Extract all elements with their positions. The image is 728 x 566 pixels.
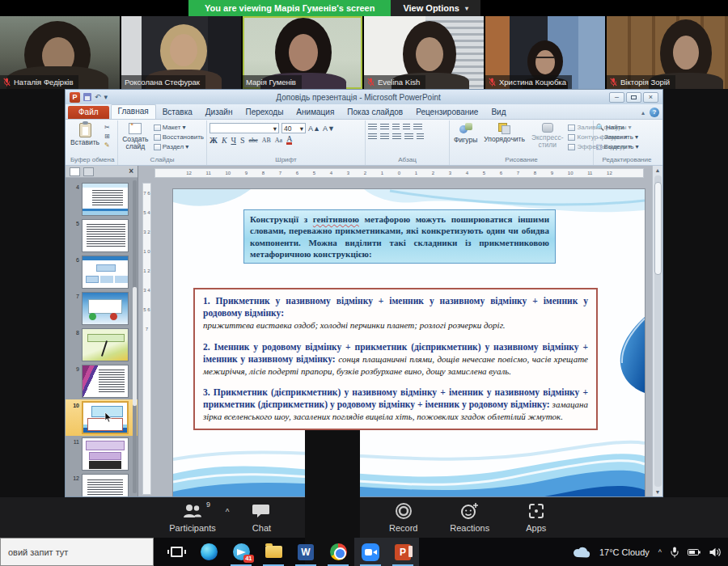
align-left-icon[interactable]	[368, 133, 377, 141]
format-painter-icon[interactable]: ✎	[104, 142, 110, 149]
arrange-button[interactable]: Упорядочить	[482, 122, 527, 155]
font-color-button[interactable]: А	[286, 135, 292, 145]
italic-button[interactable]: К	[222, 136, 227, 145]
tab-review[interactable]: Рецензирование	[409, 106, 485, 119]
zoom-app-button[interactable]	[354, 538, 387, 566]
chrome-button[interactable]	[322, 538, 354, 566]
bullets-icon[interactable]	[368, 124, 377, 131]
slide-thumbnail[interactable]	[82, 328, 129, 361]
scroll-up-icon[interactable]: ▲	[655, 166, 661, 175]
outline-tab[interactable]	[83, 167, 94, 176]
strikethrough-button[interactable]: abc	[249, 137, 258, 144]
slide-thumbnail-row[interactable]: 9	[66, 363, 138, 399]
slide-thumbnail-row[interactable]: 6	[66, 254, 138, 290]
close-panel-icon[interactable]: ×	[129, 167, 133, 175]
weather-text[interactable]: 17°C Cloudy	[599, 547, 650, 557]
powerpoint-titlebar[interactable]: P ↶ ▾ Доповідь презентація - Microsoft P…	[66, 90, 662, 104]
reactions-button[interactable]: Reactions	[447, 502, 493, 533]
slide-thumbnail-row[interactable]: 8	[66, 327, 138, 363]
select-button[interactable]: ⬚Выделить ▾	[596, 143, 638, 151]
collapse-ribbon-icon[interactable]: ▴	[641, 109, 645, 116]
edge-button[interactable]	[193, 538, 225, 566]
paste-button[interactable]: Вставить	[69, 122, 101, 155]
intro-textbox[interactable]: Конструкції з генітивною метафорою можут…	[243, 209, 556, 264]
slide-thumbnail-row[interactable]: 11	[66, 436, 138, 472]
save-icon[interactable]	[83, 93, 91, 101]
video-tile[interactable]: Роксолана Стефурак	[121, 16, 243, 89]
line-spacing-icon[interactable]	[413, 124, 422, 131]
replace-button[interactable]: ↔Заменить ▾	[596, 133, 638, 142]
record-button[interactable]: Record	[381, 502, 426, 533]
telegram-button[interactable]: 41	[225, 538, 257, 566]
layout-button[interactable]: Макет ▾	[154, 124, 204, 132]
cut-icon[interactable]: ✂	[104, 124, 110, 131]
slide-thumbnail-row[interactable]: 12	[66, 472, 138, 496]
slide-thumbnail-row[interactable]: 7	[66, 290, 138, 327]
slide-thumbnail[interactable]	[82, 437, 129, 471]
slide-thumbnail-current[interactable]	[82, 401, 129, 434]
quick-styles-button[interactable]: Экспресс-стили	[530, 122, 565, 155]
minimize-button[interactable]: –	[609, 92, 624, 103]
panel-scrollbar-thumb[interactable]	[133, 287, 137, 406]
font-name-combobox[interactable]: ▾	[210, 123, 279, 133]
slide-thumbnail-row[interactable]: 4	[66, 181, 138, 218]
participants-button[interactable]: 9 Participants	[169, 502, 215, 533]
copy-icon[interactable]: ⊞	[104, 133, 110, 140]
shapes-button[interactable]: Фигуры	[452, 122, 479, 155]
tray-battery-icon[interactable]	[688, 548, 700, 556]
powerpoint-taskbar-button[interactable]: P	[387, 538, 419, 566]
tab-transitions[interactable]: Переходы	[239, 106, 290, 119]
slide-thumbnail[interactable]	[82, 365, 129, 398]
slide-thumbnail[interactable]	[82, 219, 129, 252]
shrink-font-icon[interactable]: А▼	[323, 125, 335, 133]
tab-design[interactable]: Дизайн	[199, 106, 239, 119]
scroll-down-icon[interactable]: ▼	[655, 488, 661, 496]
scrollbar-track[interactable]	[654, 175, 662, 487]
bold-button[interactable]: Ж	[210, 136, 218, 145]
justify-icon[interactable]	[404, 133, 413, 141]
font-size-combobox[interactable]: 40▾	[281, 123, 306, 133]
view-options-button[interactable]: View Options ▾	[391, 0, 480, 16]
tab-animations[interactable]: Анимация	[290, 106, 341, 119]
tab-view[interactable]: Вид	[485, 106, 512, 119]
find-button[interactable]: 🔍Найти	[596, 124, 638, 132]
slide-thumbnail-row-selected[interactable]: 10	[66, 399, 138, 436]
video-tile[interactable]: Христина Коцюбка	[485, 16, 607, 89]
task-view-button[interactable]	[160, 538, 193, 566]
file-explorer-button[interactable]	[257, 538, 290, 566]
help-icon[interactable]: ?	[650, 108, 659, 117]
video-tile[interactable]: Вікторія Зорій	[607, 16, 728, 89]
underline-button[interactable]: Ч	[231, 136, 237, 145]
undo-icon[interactable]: ↶	[95, 92, 101, 103]
tab-home[interactable]: Главная	[111, 104, 156, 119]
tab-slideshow[interactable]: Показ слайдов	[341, 106, 409, 119]
word-button[interactable]: W	[290, 538, 322, 566]
slide[interactable]: Конструкції з генітивною метафорою можут…	[173, 189, 645, 496]
tray-mic-icon[interactable]	[671, 547, 679, 558]
slide-thumbnail[interactable]	[82, 474, 129, 496]
apps-button[interactable]: Apps	[514, 502, 559, 533]
slide-thumbnail[interactable]	[82, 292, 129, 325]
scrollbar-thumb[interactable]	[654, 182, 662, 276]
tab-file[interactable]: Файл	[68, 106, 109, 119]
panel-scrollbar[interactable]	[133, 180, 137, 493]
reset-button[interactable]: Восстановить	[154, 133, 204, 142]
restore-button[interactable]	[626, 92, 641, 103]
tray-speaker-icon[interactable]	[709, 547, 722, 557]
taskbar-search-input[interactable]: овий запит тут	[0, 538, 154, 566]
slide-thumbnail[interactable]	[82, 256, 129, 289]
video-tile-active-speaker[interactable]: Марія Гуменів	[243, 16, 364, 89]
slide-thumbnail-row[interactable]: 5	[66, 218, 138, 254]
decrease-indent-icon[interactable]	[392, 124, 400, 131]
tray-chevron-icon[interactable]: ^	[658, 548, 662, 556]
align-right-icon[interactable]	[392, 133, 401, 141]
align-center-icon[interactable]	[380, 133, 389, 141]
powerpoint-logo-icon[interactable]: P	[70, 92, 80, 103]
tab-insert[interactable]: Вставка	[156, 106, 199, 119]
new-slide-button[interactable]: Создать слайд	[121, 122, 150, 155]
increase-indent-icon[interactable]	[403, 124, 410, 131]
chat-button[interactable]: Chat	[239, 502, 284, 533]
section-button[interactable]: Раздел ▾	[154, 143, 204, 151]
grow-font-icon[interactable]: А▲	[308, 125, 320, 133]
close-button[interactable]: ×	[643, 92, 658, 103]
